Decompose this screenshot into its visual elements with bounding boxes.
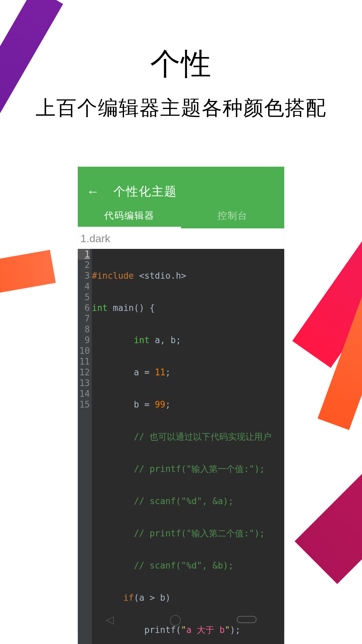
headline-title: 个性 xyxy=(0,44,362,85)
theme-label-dark: 1.dark xyxy=(78,228,284,249)
appbar-title: 个性化主题 xyxy=(113,183,177,200)
nav-recents-icon[interactable] xyxy=(237,616,257,623)
headline-subtitle: 上百个编辑器主题各种颜色搭配 xyxy=(0,95,362,122)
android-navbar: ◁ ◯ xyxy=(78,609,284,630)
headline: 个性 上百个编辑器主题各种颜色搭配 xyxy=(0,44,362,122)
back-arrow-icon[interactable]: ← xyxy=(86,184,99,199)
nav-back-icon[interactable]: ◁ xyxy=(106,613,114,626)
tab-editor[interactable]: 代码编辑器 xyxy=(78,206,181,228)
tabs: 代码编辑器 控制台 xyxy=(78,206,284,228)
tab-console[interactable]: 控制台 xyxy=(181,206,284,228)
nav-home-icon[interactable]: ◯ xyxy=(169,613,181,626)
phone-frame: ← 个性化主题 代码编辑器 控制台 1.dark 1 2 3 4 5 6 7 8… xyxy=(78,167,284,630)
gutter-dark: 1 2 3 4 5 6 7 8 9 10 11 12 13 14 15 xyxy=(78,249,92,644)
decor-stripe-orange-1 xyxy=(0,250,56,301)
code-lines-dark: #include <stdio.h> int main() { int a, b… xyxy=(92,249,284,644)
code-preview-dark[interactable]: 1 2 3 4 5 6 7 8 9 10 11 12 13 14 15 #inc… xyxy=(78,249,284,644)
appbar: ← 个性化主题 代码编辑器 控制台 xyxy=(78,167,284,228)
